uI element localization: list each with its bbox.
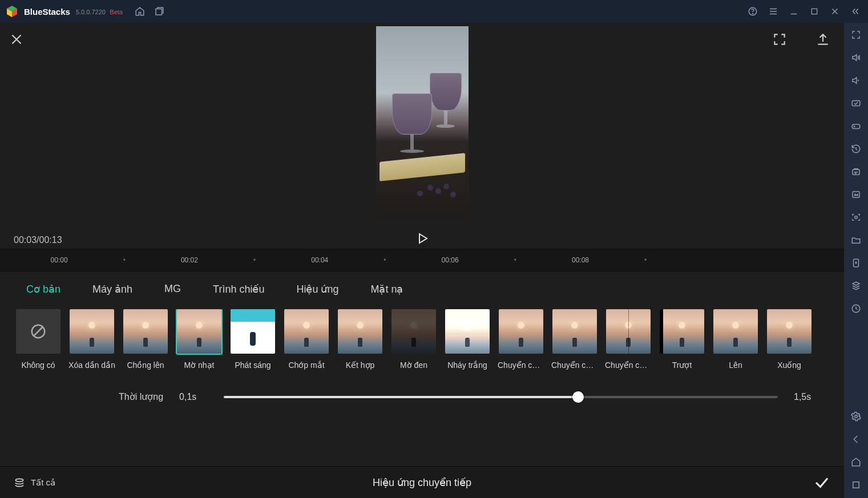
content: 00:03/00:13 00:00 • 00:02 • 00:04 • 00:0… [0,23,844,498]
transition-label: Mờ nhạt [184,361,214,370]
transition-thumb [123,309,168,354]
keymap-icon[interactable] [849,96,863,111]
preview-area: 00:03/00:13 [0,23,844,249]
transition-item[interactable]: Chồng lên [123,309,168,370]
multi-instance-icon[interactable] [849,278,863,293]
transition-thumb [177,309,221,354]
panel-title: Hiệu ứng chuyển tiếp [373,476,471,489]
ruler-dot: • [383,256,386,264]
collapse-sidebar-icon[interactable] [849,5,862,18]
transition-item[interactable]: Xóa dần dần [70,309,114,370]
transition-item[interactable]: Lên [713,309,758,370]
transition-thumb [231,309,275,354]
transition-item[interactable]: Nháy trắng [445,309,490,370]
transition-label: Chồng lên [127,361,164,370]
recent-apps-icon[interactable] [849,477,863,492]
gamepad-icon[interactable] [849,119,863,133]
bottom-bar: Tất cả Hiệu ứng chuyển tiếp [0,466,844,498]
svg-rect-0 [156,9,162,15]
transition-item[interactable]: Chớp mắt [284,309,329,370]
duration-min: 0,1s [179,392,208,402]
sidebar-right [844,23,868,498]
screenshot-icon[interactable] [849,210,863,225]
titlebar-right [746,5,862,18]
duration-slider[interactable] [224,396,778,398]
transition-item[interactable]: Kết hợp [338,309,382,370]
tab-mg[interactable]: MG [164,283,181,295]
maximize-icon[interactable] [808,5,821,18]
install-icon[interactable] [849,256,863,270]
confirm-icon[interactable] [813,474,830,491]
svg-point-2 [752,13,753,14]
tab-hiệu-ứng[interactable]: Hiệu ứng [296,283,338,295]
close-editor-icon[interactable] [9,32,24,47]
close-window-icon[interactable] [828,5,842,18]
duration-label: Thời lượng [119,391,163,402]
titlebar: BlueStacks 5.0.0.7220 Beta [0,0,868,23]
transition-item[interactable]: Chuyển cản.. [552,309,597,370]
svg-rect-6 [852,101,860,106]
transition-item[interactable]: Mờ nhạt [177,309,221,370]
transition-label: Kết hợp [346,361,375,370]
ruler-mark: 00:00 [51,256,68,264]
transition-item[interactable]: Xuống [767,309,812,370]
transition-item[interactable]: Chuyển cản.. [606,309,651,370]
tab-máy-ảnh[interactable]: Máy ảnh [92,283,132,295]
home-nav-icon[interactable] [849,455,863,469]
menu-icon[interactable] [766,5,780,18]
app-name: BlueStacks [24,7,70,17]
transition-thumb [16,309,60,354]
svg-rect-3 [812,9,817,14]
minimize-icon[interactable] [787,5,801,18]
tab-cơ-bản[interactable]: Cơ bản [26,283,60,295]
transition-item[interactable]: Không có [16,309,60,370]
video-preview[interactable] [376,26,469,218]
layers-icon [14,477,25,488]
duration-max: 1,5s [794,392,822,402]
help-icon[interactable] [746,5,760,18]
titlebar-left: BlueStacks 5.0.0.7220 Beta [6,5,166,18]
apply-all-button[interactable]: Tất cả [14,477,55,488]
svg-rect-9 [853,192,859,198]
settings-icon[interactable] [849,409,863,424]
transition-thumb [338,309,382,354]
transition-label: Chuyển cản.. [605,361,652,370]
sync-icon[interactable] [849,164,863,179]
folder-icon[interactable] [849,233,863,248]
transition-label: Trượt [672,361,692,370]
transition-item[interactable]: Trượt [660,309,704,370]
ruler-dot: • [253,256,256,264]
history-icon[interactable] [849,141,863,156]
home-icon[interactable] [133,5,147,18]
transition-label: Lên [729,361,742,370]
transition-thumb [70,309,114,354]
tabs-icon[interactable] [152,5,166,18]
play-icon[interactable] [415,232,429,245]
fullscreen-toggle-icon[interactable] [849,27,863,42]
time-display: 00:03/00:13 [14,235,62,245]
transition-thumb [445,309,490,354]
volume-down-icon[interactable] [849,73,863,88]
apk-icon[interactable] [849,187,863,202]
volume-up-icon[interactable] [849,50,863,65]
transition-item[interactable]: Mờ đen [391,309,436,370]
back-icon[interactable] [849,432,863,447]
tab-trình-chiếu[interactable]: Trình chiếu [213,283,264,295]
ruler-mark: 00:02 [181,256,198,264]
transition-item[interactable]: Phát sáng [231,309,275,370]
transition-thumb [552,309,597,354]
timeline-ruler[interactable]: 00:00 • 00:02 • 00:04 • 00:06 • 00:08 • [0,249,844,272]
transition-item[interactable]: Chuyển cản.. [499,309,543,370]
export-icon[interactable] [815,32,830,47]
transition-label: Phát sáng [235,361,271,370]
apply-all-label: Tất cả [31,477,55,488]
clock-icon[interactable] [849,301,863,316]
tab-mặt-nạ[interactable]: Mặt nạ [370,283,403,295]
ruler-dot: • [123,256,126,264]
transition-label: Chớp mắt [288,361,324,370]
transition-thumb [660,309,704,354]
fullscreen-icon[interactable] [772,32,787,47]
transition-thumb [284,309,329,354]
app-version: 5.0.0.7220 Beta [76,6,123,17]
svg-point-10 [855,216,858,219]
